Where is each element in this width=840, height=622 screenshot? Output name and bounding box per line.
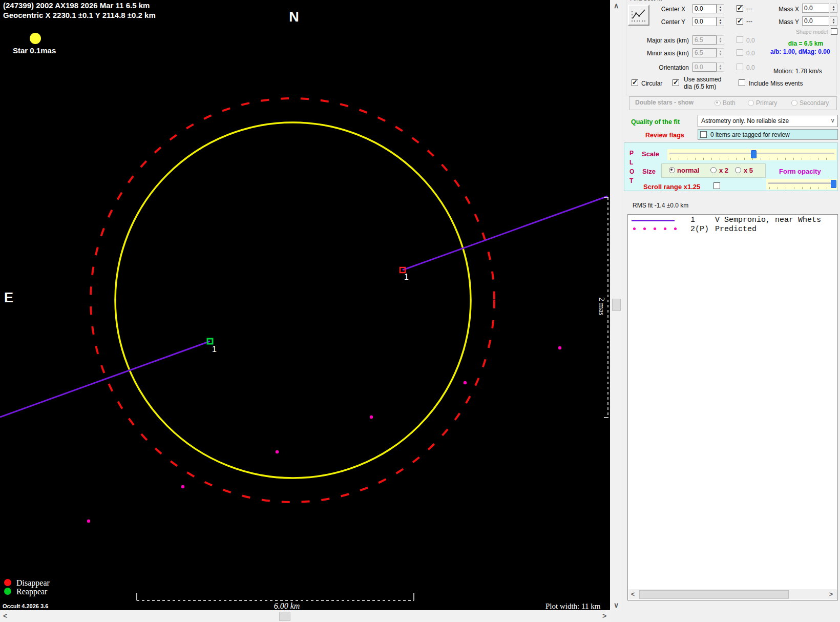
plot-vertical-scrollbar[interactable]: ∧ ∨ (610, 0, 622, 610)
scroll-up-icon[interactable]: ∧ (614, 2, 619, 9)
orientation-checkbox (737, 64, 743, 70)
mas-scale-label: 2 mas (598, 297, 606, 316)
mass-x-spinner[interactable]: ▲▼ (830, 4, 837, 13)
center-y-input[interactable] (692, 17, 717, 26)
minor-axis-label: Minor axis (km) (636, 50, 689, 57)
double-stars-both-radio (715, 100, 721, 106)
orientation-label: Orientation (636, 64, 689, 71)
motion-label: Motion: 1.78 km/s (773, 68, 822, 75)
app-version-label: Occult 4.2026 3.6 (3, 603, 48, 609)
include-miss-events-label: Include Miss events (749, 80, 803, 87)
horizontal-scroll-thumb[interactable] (279, 612, 290, 621)
disappear-legend-dot (4, 579, 11, 586)
major-axis-input (692, 35, 717, 45)
size-x2-label: x 2 (719, 167, 728, 174)
include-miss-events-checkbox[interactable] (739, 79, 745, 86)
chord1-name: V Sempronio, near Whets (715, 216, 821, 224)
fit-chart-icon (630, 7, 647, 24)
circular-checkbox[interactable] (632, 79, 638, 86)
use-assumed-dia-label-line1: Use assumed (684, 76, 721, 83)
chord1-id: 1 (690, 216, 695, 224)
disappear-legend-label: Disappear (16, 578, 50, 588)
minor-axis-checkbox (737, 49, 743, 56)
size-radio-group: normal x 2 x 5 (661, 163, 766, 178)
review-flags-label: Review flags (645, 132, 684, 139)
list-scroll-thumb[interactable] (639, 590, 789, 599)
review-flags-checkbox[interactable] (700, 131, 707, 138)
minor-axis-error-label: 0.0 (746, 50, 755, 57)
plot-canvas: 1 1 2 mas 6.00 km Plot width: 11 (0, 0, 610, 610)
control-panel: Find best fit Center X ▲▼ --- Mass X ▲▼ … (622, 0, 840, 622)
size-x2-radio[interactable] (710, 167, 717, 173)
shape-model-label: Shape model (791, 29, 828, 35)
mass-y-spinner[interactable]: ▲▼ (830, 16, 837, 26)
rms-fit-label: RMS fit -1.4 ±0.0 km (633, 202, 688, 209)
find-best-fit-group-label: Find best fit (629, 0, 663, 2)
center-x-input[interactable] (692, 4, 717, 13)
plot-vertical-title: P L O T (629, 149, 634, 185)
find-best-fit-button[interactable] (628, 5, 649, 26)
size-normal-radio[interactable] (669, 167, 675, 173)
scroll-left-icon[interactable]: < (3, 612, 7, 619)
scrollbar-corner (610, 610, 622, 622)
quality-of-fit-dropdown[interactable]: Astrometry only. No reliable size ∨ (698, 115, 838, 127)
scale-slider-thumb[interactable] (751, 150, 757, 158)
orientation-input (692, 63, 717, 72)
form-opacity-thumb[interactable] (831, 180, 836, 188)
plot-controls-box: P L O T Scale Size normal x 2 x 5 Form o… (624, 142, 838, 191)
center-x-spinner[interactable]: ▲▼ (717, 4, 724, 13)
chord-list[interactable]: 1 V Sempronio, near Whets 2(P) Predicted… (627, 214, 838, 600)
chord2-name: Predicted (715, 225, 757, 234)
chord-line-post (403, 196, 607, 270)
chord2-id: 2(P) (690, 225, 709, 234)
size-x5-label: x 5 (744, 167, 753, 174)
mass-x-input[interactable] (802, 4, 829, 13)
mass-y-input[interactable] (802, 16, 829, 26)
reappear-legend-dot (4, 588, 11, 595)
star-size-sample (30, 33, 41, 44)
list-scroll-left-icon[interactable]: < (631, 591, 635, 598)
minor-axis-spinner: ▲▼ (717, 48, 724, 57)
use-assumed-dia-checkbox[interactable] (673, 79, 679, 86)
chevron-down-icon[interactable]: ∨ (830, 117, 835, 124)
double-stars-both-label: Both (723, 99, 736, 107)
km-scale-label: 6.00 km (274, 602, 300, 610)
orientation-error-label: 0.0 (746, 64, 755, 71)
size-x5-radio[interactable] (735, 167, 741, 173)
km-scale-bar (137, 593, 414, 600)
north-label: N (289, 9, 299, 25)
center-x-checkbox[interactable] (737, 5, 743, 12)
chord2-dot-swatch (654, 227, 656, 230)
center-y-dash-label: --- (746, 18, 752, 25)
double-stars-primary-radio (748, 100, 754, 106)
shape-model-checkbox[interactable] (831, 28, 837, 35)
asteroid-circle (115, 122, 471, 478)
major-axis-checkbox (737, 36, 743, 43)
center-y-checkbox[interactable] (737, 18, 743, 25)
form-opacity-slider[interactable] (766, 179, 837, 190)
use-assumed-dia-label-line2: dia (6.5 km) (684, 83, 716, 90)
uncertainty-circle (91, 98, 494, 502)
star-size-label: Star 0.1mas (13, 46, 56, 55)
form-opacity-label: Form opacity (779, 168, 821, 175)
vertical-scroll-thumb[interactable] (612, 299, 621, 311)
mass-x-label: Mass X (773, 6, 799, 13)
scroll-down-icon[interactable]: ∨ (614, 602, 619, 609)
plot-horizontal-scrollbar[interactable]: < > (0, 610, 610, 622)
circular-label: Circular (641, 80, 662, 87)
disappear-marker-label: 1 (404, 273, 409, 281)
size-normal-label: normal (677, 167, 699, 174)
occult-window: 1 1 2 mas 6.00 km Plot width: 11 (0, 0, 840, 622)
scale-slider[interactable] (667, 149, 836, 160)
orientation-spinner: ▲▼ (717, 63, 724, 72)
scroll-range-label: Scroll range x1.25 (643, 183, 700, 191)
chord-list-scrollbar[interactable]: < > (628, 589, 837, 599)
list-scroll-right-icon[interactable]: > (829, 591, 833, 598)
scroll-range-checkbox[interactable] (713, 182, 720, 189)
scroll-right-icon[interactable]: > (602, 612, 606, 619)
center-x-dash-label: --- (746, 5, 752, 12)
center-y-spinner[interactable]: ▲▼ (717, 17, 724, 26)
chord2-dot-swatch (633, 227, 636, 230)
double-stars-title: Double stars - show (635, 99, 694, 106)
center-x-label: Center X (652, 6, 685, 13)
